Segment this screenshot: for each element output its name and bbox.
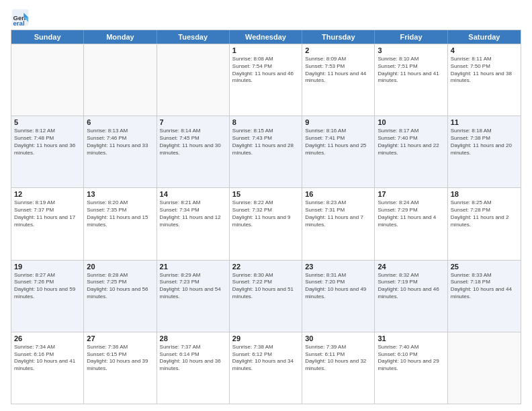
day-info: Sunrise: 8:16 AMSunset: 7:41 PMDaylight:… xyxy=(305,128,371,156)
logo-icon: Gen eral xyxy=(11,8,30,27)
day-info: Sunrise: 8:29 AMSunset: 7:23 PMDaylight:… xyxy=(160,272,226,301)
day-number: 7 xyxy=(160,118,226,126)
day-number: 20 xyxy=(87,263,153,271)
calendar-day-6: 6Sunrise: 8:13 AMSunset: 7:46 PMDaylight… xyxy=(84,116,157,187)
day-info: Sunrise: 8:24 AMSunset: 7:29 PMDaylight:… xyxy=(378,199,444,228)
day-info: Sunrise: 8:18 AMSunset: 7:38 PMDaylight:… xyxy=(451,128,518,156)
day-info: Sunrise: 8:17 AMSunset: 7:40 PMDaylight:… xyxy=(378,128,444,156)
day-info: Sunrise: 8:33 AMSunset: 7:18 PMDaylight:… xyxy=(451,272,518,301)
calendar-empty-cell xyxy=(84,44,157,116)
calendar-day-14: 14Sunrise: 8:21 AMSunset: 7:34 PMDayligh… xyxy=(157,188,230,259)
day-info: Sunrise: 8:13 AMSunset: 7:46 PMDaylight:… xyxy=(87,128,153,156)
day-number: 14 xyxy=(160,190,226,198)
day-number: 25 xyxy=(451,263,518,271)
calendar-week-0: 1Sunrise: 8:08 AMSunset: 7:54 PMDaylight… xyxy=(11,44,521,116)
calendar-day-12: 12Sunrise: 8:19 AMSunset: 7:37 PMDayligh… xyxy=(11,188,84,259)
day-number: 28 xyxy=(160,334,226,342)
day-number: 13 xyxy=(87,190,153,198)
calendar-empty-cell xyxy=(448,332,521,404)
day-info: Sunrise: 8:14 AMSunset: 7:45 PMDaylight:… xyxy=(160,128,226,156)
calendar-week-2: 12Sunrise: 8:19 AMSunset: 7:37 PMDayligh… xyxy=(11,187,521,259)
day-info: Sunrise: 8:25 AMSunset: 7:28 PMDaylight:… xyxy=(451,199,518,228)
day-info: Sunrise: 8:19 AMSunset: 7:37 PMDaylight:… xyxy=(14,199,81,228)
day-info: Sunrise: 7:37 AMSunset: 6:14 PMDaylight:… xyxy=(160,344,226,373)
calendar-day-8: 8Sunrise: 8:15 AMSunset: 7:43 PMDaylight… xyxy=(230,116,302,187)
header: Gen eral xyxy=(11,8,521,27)
day-number: 22 xyxy=(232,263,299,271)
day-number: 8 xyxy=(232,118,299,126)
calendar-week-4: 26Sunrise: 7:34 AMSunset: 6:16 PMDayligh… xyxy=(11,332,521,404)
calendar-day-31: 31Sunrise: 7:40 AMSunset: 6:10 PMDayligh… xyxy=(375,332,447,404)
day-number: 21 xyxy=(160,263,226,271)
day-info: Sunrise: 8:30 AMSunset: 7:22 PMDaylight:… xyxy=(232,272,299,301)
header-day-friday: Friday xyxy=(375,30,447,44)
day-number: 30 xyxy=(305,334,371,342)
header-day-thursday: Thursday xyxy=(302,30,375,44)
calendar-day-30: 30Sunrise: 7:39 AMSunset: 6:11 PMDayligh… xyxy=(302,332,375,404)
calendar-header: SundayMondayTuesdayWednesdayThursdayFrid… xyxy=(11,30,521,44)
header-day-wednesday: Wednesday xyxy=(230,30,302,44)
calendar-day-17: 17Sunrise: 8:24 AMSunset: 7:29 PMDayligh… xyxy=(375,188,447,259)
calendar-day-26: 26Sunrise: 7:34 AMSunset: 6:16 PMDayligh… xyxy=(11,332,84,404)
calendar-day-9: 9Sunrise: 8:16 AMSunset: 7:41 PMDaylight… xyxy=(302,116,375,187)
calendar-week-1: 5Sunrise: 8:12 AMSunset: 7:48 PMDaylight… xyxy=(11,116,521,187)
day-number: 29 xyxy=(232,334,299,342)
day-number: 12 xyxy=(14,190,81,198)
day-number: 4 xyxy=(451,46,518,54)
day-number: 16 xyxy=(305,190,371,198)
header-day-tuesday: Tuesday xyxy=(157,30,230,44)
day-number: 5 xyxy=(14,118,81,126)
day-number: 26 xyxy=(14,334,81,342)
day-info: Sunrise: 8:31 AMSunset: 7:20 PMDaylight:… xyxy=(305,272,371,301)
day-number: 23 xyxy=(305,263,371,271)
day-info: Sunrise: 8:15 AMSunset: 7:43 PMDaylight:… xyxy=(232,128,299,156)
page: Gen eral SundayMondayTuesdayWednesdayThu… xyxy=(0,0,532,411)
calendar-body: 1Sunrise: 8:08 AMSunset: 7:54 PMDaylight… xyxy=(11,44,521,404)
day-info: Sunrise: 8:21 AMSunset: 7:34 PMDaylight:… xyxy=(160,199,226,228)
day-info: Sunrise: 7:39 AMSunset: 6:11 PMDaylight:… xyxy=(305,344,371,373)
day-info: Sunrise: 8:32 AMSunset: 7:19 PMDaylight:… xyxy=(378,272,444,301)
day-info: Sunrise: 7:36 AMSunset: 6:15 PMDaylight:… xyxy=(87,344,153,373)
calendar-day-19: 19Sunrise: 8:27 AMSunset: 7:26 PMDayligh… xyxy=(11,261,84,332)
day-number: 10 xyxy=(378,118,444,126)
day-info: Sunrise: 8:23 AMSunset: 7:31 PMDaylight:… xyxy=(305,199,371,228)
calendar-day-3: 3Sunrise: 8:10 AMSunset: 7:51 PMDaylight… xyxy=(375,44,447,116)
calendar-day-29: 29Sunrise: 7:38 AMSunset: 6:12 PMDayligh… xyxy=(230,332,302,404)
day-info: Sunrise: 8:27 AMSunset: 7:26 PMDaylight:… xyxy=(14,272,81,301)
day-number: 24 xyxy=(378,263,444,271)
day-number: 31 xyxy=(378,334,444,342)
day-info: Sunrise: 7:40 AMSunset: 6:10 PMDaylight:… xyxy=(378,344,444,373)
header-day-monday: Monday xyxy=(84,30,157,44)
calendar-day-10: 10Sunrise: 8:17 AMSunset: 7:40 PMDayligh… xyxy=(375,116,447,187)
calendar-day-16: 16Sunrise: 8:23 AMSunset: 7:31 PMDayligh… xyxy=(302,188,375,259)
day-number: 11 xyxy=(451,118,518,126)
calendar: SundayMondayTuesdayWednesdayThursdayFrid… xyxy=(11,30,521,404)
day-info: Sunrise: 8:10 AMSunset: 7:51 PMDaylight:… xyxy=(378,56,444,85)
header-day-sunday: Sunday xyxy=(11,30,84,44)
calendar-day-28: 28Sunrise: 7:37 AMSunset: 6:14 PMDayligh… xyxy=(157,332,230,404)
day-number: 1 xyxy=(232,46,299,54)
calendar-day-23: 23Sunrise: 8:31 AMSunset: 7:20 PMDayligh… xyxy=(302,261,375,332)
calendar-day-15: 15Sunrise: 8:22 AMSunset: 7:32 PMDayligh… xyxy=(230,188,302,259)
day-info: Sunrise: 7:34 AMSunset: 6:16 PMDaylight:… xyxy=(14,344,81,373)
day-info: Sunrise: 8:09 AMSunset: 7:53 PMDaylight:… xyxy=(305,56,371,85)
day-number: 3 xyxy=(378,46,444,54)
day-number: 27 xyxy=(87,334,153,342)
logo: Gen eral xyxy=(11,8,32,27)
calendar-empty-cell xyxy=(157,44,230,116)
day-info: Sunrise: 8:11 AMSunset: 7:50 PMDaylight:… xyxy=(451,56,518,85)
calendar-day-27: 27Sunrise: 7:36 AMSunset: 6:15 PMDayligh… xyxy=(84,332,157,404)
calendar-day-25: 25Sunrise: 8:33 AMSunset: 7:18 PMDayligh… xyxy=(448,261,521,332)
calendar-day-2: 2Sunrise: 8:09 AMSunset: 7:53 PMDaylight… xyxy=(302,44,375,116)
calendar-empty-cell xyxy=(11,44,84,116)
calendar-week-3: 19Sunrise: 8:27 AMSunset: 7:26 PMDayligh… xyxy=(11,260,521,332)
calendar-day-5: 5Sunrise: 8:12 AMSunset: 7:48 PMDaylight… xyxy=(11,116,84,187)
day-number: 18 xyxy=(451,190,518,198)
day-number: 2 xyxy=(305,46,371,54)
calendar-day-21: 21Sunrise: 8:29 AMSunset: 7:23 PMDayligh… xyxy=(157,261,230,332)
calendar-day-18: 18Sunrise: 8:25 AMSunset: 7:28 PMDayligh… xyxy=(448,188,521,259)
day-number: 17 xyxy=(378,190,444,198)
day-info: Sunrise: 7:38 AMSunset: 6:12 PMDaylight:… xyxy=(232,344,299,373)
day-info: Sunrise: 8:22 AMSunset: 7:32 PMDaylight:… xyxy=(232,199,299,228)
calendar-day-7: 7Sunrise: 8:14 AMSunset: 7:45 PMDaylight… xyxy=(157,116,230,187)
